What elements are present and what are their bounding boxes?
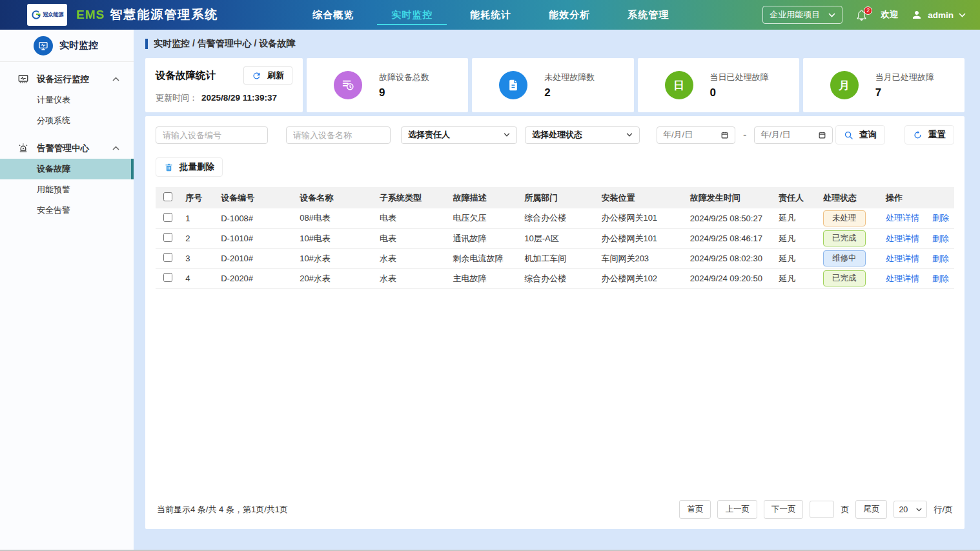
nav-realtime-monitoring[interactable]: 实时监控 [387, 0, 436, 30]
cell-department: 综合办公楼 [519, 208, 596, 228]
trash-icon [164, 163, 174, 172]
cell-device-code: D-1008# [216, 208, 294, 228]
delete-link[interactable]: 删除 [932, 274, 949, 283]
sidebar-title: 实时监控 [59, 39, 98, 52]
sidebar-group-device-monitoring[interactable]: 设备运行监控 [0, 68, 134, 90]
next-page-button[interactable]: 下一页 [764, 500, 804, 519]
cell-subsystem: 水表 [374, 248, 448, 268]
sidebar-item-metering-instruments[interactable]: 计量仪表 [0, 90, 134, 110]
table-row: 3 D-2010# 10#水表 水表 剩余电流故障 机加工车间 车间网关203 … [156, 248, 954, 268]
sidebar-item-subitem-systems[interactable]: 分项系统 [0, 110, 134, 131]
sidebar-group-label: 告警管理中心 [37, 143, 89, 154]
detail-link[interactable]: 处理详情 [886, 213, 919, 223]
stat-label: 当月已处理故障 [875, 72, 934, 83]
delete-link[interactable]: 删除 [932, 254, 949, 263]
refresh-button[interactable]: 刷新 [243, 66, 292, 85]
sidebar-group-alarm-center[interactable]: 告警管理中心 [0, 137, 134, 159]
page-size-value: 20 [899, 505, 908, 514]
cell-fault-desc: 通讯故障 [448, 228, 520, 248]
nav-overview[interactable]: 综合概览 [309, 0, 358, 30]
detail-link[interactable]: 处理详情 [886, 234, 919, 243]
stat-value: 2 [544, 86, 595, 99]
first-page-button[interactable]: 首页 [679, 500, 711, 519]
row-checkbox[interactable] [163, 273, 172, 282]
nav-system-management[interactable]: 系统管理 [624, 0, 673, 30]
batch-delete-button[interactable]: 批量删除 [156, 157, 223, 177]
welcome-label: 欢迎 [881, 9, 898, 21]
project-select-value: 企业用能项目 [770, 9, 820, 21]
device-name-input[interactable] [286, 126, 391, 144]
detail-link[interactable]: 处理详情 [886, 274, 919, 283]
nav-efficiency-analysis[interactable]: 能效分析 [545, 0, 594, 30]
cell-device-code: D-2010# [216, 248, 294, 268]
sidebar-item-safety-alarm[interactable]: 安全告警 [0, 200, 134, 221]
stats-panel-title: 设备故障统计 [156, 69, 216, 83]
cell-no: 4 [180, 268, 216, 288]
brand-ems: EMS [76, 8, 105, 22]
sidebar-header: 实时监控 [0, 30, 134, 62]
chevron-down-icon [916, 508, 922, 512]
per-page-label: 行/页 [934, 504, 953, 516]
stat-label: 故障设备总数 [379, 72, 429, 83]
cell-department: 机加工车间 [519, 248, 596, 268]
table-row: 1 D-1008# 08#电表 电表 电压欠压 综合办公楼 办公楼网关101 2… [156, 208, 954, 228]
page-size-select[interactable]: 20 [893, 501, 927, 518]
document-icon [499, 71, 527, 99]
reset-icon [913, 130, 923, 140]
detail-link[interactable]: 处理详情 [886, 254, 919, 263]
search-button[interactable]: 查询 [835, 125, 885, 145]
select-all-checkbox[interactable] [163, 192, 172, 201]
search-label: 查询 [859, 129, 877, 141]
cell-owner: 延凡 [773, 208, 818, 228]
cell-fault-desc: 电压欠压 [448, 208, 520, 228]
owner-select[interactable]: 选择责任人 [401, 126, 517, 144]
cell-subsystem: 电表 [374, 228, 448, 248]
chevron-down-icon [626, 133, 633, 137]
table-toolbar: 批量删除 [156, 157, 954, 177]
header-right: 企业用能项目 2 欢迎 admin [762, 6, 966, 24]
stat-card-handled-today: 日 当日已处理故障 0 [638, 58, 799, 112]
cell-fault-time: 2024/9/24 09:20:50 [685, 268, 773, 288]
row-checkbox[interactable] [163, 253, 172, 262]
update-time-value: 2025/8/29 11:39:37 [201, 93, 277, 103]
cell-fault-desc: 主电故障 [448, 268, 520, 288]
last-page-button[interactable]: 尾页 [855, 500, 887, 519]
fault-table: 序号 设备编号 设备名称 子系统类型 故障描述 所属部门 安装位置 故障发生时间… [156, 187, 954, 289]
reset-button[interactable]: 重置 [904, 125, 954, 145]
delete-link[interactable]: 删除 [932, 213, 949, 223]
breadcrumb: 实时监控 / 告警管理中心 / 设备故障 [145, 30, 965, 58]
page-number-input[interactable] [810, 501, 834, 518]
end-date-picker[interactable]: 年/月/日 [754, 126, 833, 144]
table-row: 2 D-1010# 10#电表 电表 通讯故障 10层-A区 办公楼网关101 … [156, 228, 954, 248]
cell-device-name: 10#电表 [294, 228, 374, 248]
filter-bar: 选择责任人 选择处理状态 年/月/日 - 年/月/日 [156, 125, 954, 145]
page-title: 智慧能源管理系统 [110, 6, 218, 23]
username-label: admin [928, 10, 954, 20]
stat-value: 0 [710, 86, 769, 99]
start-date-picker[interactable]: 年/月/日 [657, 126, 735, 144]
row-checkbox[interactable] [163, 233, 172, 242]
reset-label: 重置 [928, 129, 946, 141]
project-select[interactable]: 企业用能项目 [762, 6, 842, 24]
chevron-down-icon [828, 13, 835, 17]
notifications-button[interactable]: 2 [855, 9, 868, 21]
sidebar-item-energy-warning[interactable]: 用能预警 [0, 179, 134, 200]
cell-fault-time: 2024/9/25 08:02:30 [685, 248, 773, 268]
status-select[interactable]: 选择处理状态 [525, 126, 640, 144]
nav-energy-statistics[interactable]: 能耗统计 [466, 0, 515, 30]
row-checkbox[interactable] [163, 213, 172, 222]
cell-device-code: D-1010# [216, 228, 294, 248]
app-window: 冠众能源 EMS 智慧能源管理系统 综合概览 实时监控 能耗统计 能效分析 系统… [0, 0, 980, 551]
fault-table-panel: 选择责任人 选择处理状态 年/月/日 - 年/月/日 [145, 116, 965, 529]
prev-page-button[interactable]: 上一页 [717, 500, 757, 519]
device-code-input[interactable] [156, 126, 268, 144]
device-monitor-icon [17, 74, 29, 85]
user-menu[interactable]: admin [911, 9, 966, 21]
sidebar-item-device-fault[interactable]: 设备故障 [0, 159, 134, 179]
cell-location: 办公楼网关101 [596, 228, 684, 248]
refresh-icon [252, 71, 261, 81]
month-icon: 月 [830, 71, 859, 99]
delete-link[interactable]: 删除 [932, 234, 949, 243]
breadcrumb-text: 实时监控 / 告警管理中心 / 设备故障 [154, 38, 295, 50]
realtime-monitor-icon [34, 36, 53, 55]
